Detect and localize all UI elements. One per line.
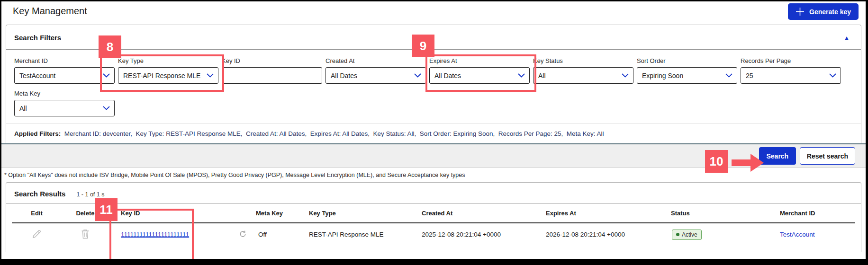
expires-at-field: Expires At All Dates xyxy=(429,57,530,84)
key-status-label: Key Status xyxy=(533,57,633,64)
search-results-header: Search Results 1 - 1 of 1 s xyxy=(6,183,861,203)
page: Key Management Generate key Search Filte… xyxy=(1,1,866,259)
key-id-link[interactable]: 1111111111111111111111 xyxy=(121,231,189,238)
merchant-id-value: TestAccount xyxy=(19,72,55,80)
table-row: 1111111111111111111111 Off REST-API Resp… xyxy=(12,223,855,246)
merchant-id-field: Merchant ID TestAccount xyxy=(14,57,115,84)
chevron-down-icon xyxy=(414,73,421,78)
key-type-select[interactable]: REST-API Response MLE xyxy=(118,67,218,84)
key-status-value: All xyxy=(538,72,546,80)
meta-key-field: Meta Key All xyxy=(14,90,115,116)
key-id-input[interactable] xyxy=(222,67,322,84)
key-status-field: Key Status All xyxy=(533,57,633,84)
key-type-cell: REST-API Response MLE xyxy=(308,231,417,238)
search-results-panel: Search Results 1 - 1 of 1 s Edit Delete … xyxy=(6,182,861,252)
records-per-page-field: Records Per Page 25 xyxy=(741,57,841,84)
chevron-down-icon xyxy=(207,73,214,78)
merchant-id-select[interactable]: TestAccount xyxy=(14,67,115,84)
created-at-field: Created At All Dates xyxy=(326,57,426,84)
collapse-caret-icon[interactable]: ▲ xyxy=(844,35,850,41)
applied-filters-label: Applied Filters: xyxy=(14,130,61,137)
results-table: Edit Delete Key ID Meta Key Key Type Cre… xyxy=(6,203,861,246)
expires-at-label: Expires At xyxy=(429,57,530,64)
meta-key-select[interactable]: All xyxy=(14,100,115,116)
sort-order-label: Sort Order xyxy=(637,57,737,64)
chevron-down-icon xyxy=(725,73,732,78)
generate-key-button[interactable]: Generate key xyxy=(788,3,859,20)
trash-icon xyxy=(81,229,90,239)
col-status: Status xyxy=(663,210,772,217)
col-key-type: Key Type xyxy=(308,210,417,217)
callout-arrow-icon xyxy=(732,154,764,172)
chevron-down-icon xyxy=(103,106,110,110)
active-dot-icon xyxy=(676,233,679,236)
col-merchant-id: Merchant ID xyxy=(772,210,855,217)
generate-key-label: Generate key xyxy=(809,8,851,16)
merchant-id-link[interactable]: TestAccount xyxy=(780,231,815,238)
callout-step-9: 9 xyxy=(412,35,434,57)
callout-step-10: 10 xyxy=(705,150,728,173)
status-badge: Active xyxy=(672,230,702,240)
callout-step-11: 11 xyxy=(95,198,118,221)
sort-order-field: Sort Order Expiring Soon xyxy=(637,57,737,84)
created-at-cell: 2025-12-08 20:21:04 +0000 xyxy=(417,231,540,238)
chevron-down-icon xyxy=(103,73,110,78)
callout-step-8: 8 xyxy=(99,35,121,58)
sort-order-value: Expiring Soon xyxy=(642,72,683,80)
delete-button[interactable] xyxy=(80,228,91,241)
results-table-header-row: Edit Delete Key ID Meta Key Key Type Cre… xyxy=(12,203,855,223)
search-button[interactable]: Search xyxy=(759,147,796,165)
chevron-down-icon xyxy=(518,73,525,78)
status-text: Active xyxy=(682,231,697,238)
rotate-key-button[interactable] xyxy=(238,229,248,240)
applied-filters: Applied Filters: Merchant ID: devcenter,… xyxy=(6,123,861,143)
expires-at-value: All Dates xyxy=(434,72,461,80)
meta-key-cell: Off xyxy=(258,231,267,238)
key-type-label: Key Type xyxy=(118,57,218,64)
filters-row-2: Meta Key All xyxy=(6,84,861,116)
applied-filters-text: Merchant ID: devcenter, Key Type: REST-A… xyxy=(61,130,604,137)
records-per-page-label: Records Per Page xyxy=(741,57,841,64)
plus-icon xyxy=(796,7,805,16)
results-count: 1 - 1 of 1 s xyxy=(76,191,104,198)
records-per-page-select[interactable]: 25 xyxy=(741,67,841,84)
created-at-label: Created At xyxy=(326,57,426,64)
created-at-select[interactable]: All Dates xyxy=(326,67,426,84)
screenshot-frame: Key Management Generate key Search Filte… xyxy=(0,0,868,265)
col-edit: Edit xyxy=(12,210,62,217)
col-expires-at: Expires At xyxy=(540,210,663,217)
meta-key-value: All xyxy=(19,105,27,112)
sort-order-select[interactable]: Expiring Soon xyxy=(637,67,737,84)
key-type-field: Key Type REST-API Response MLE xyxy=(118,57,218,84)
merchant-id-label: Merchant ID xyxy=(14,57,115,64)
top-bar: Key Management Generate key xyxy=(1,1,866,24)
search-filters-title: Search Filters xyxy=(14,34,61,42)
records-per-page-value: 25 xyxy=(746,72,753,80)
refresh-icon xyxy=(239,230,247,238)
col-meta-key: Meta Key xyxy=(246,210,308,217)
key-id-field: Key ID xyxy=(222,57,322,84)
col-created-at: Created At xyxy=(417,210,540,217)
expires-at-cell: 2026-12-08 20:21:04 +0000 xyxy=(540,231,663,238)
page-title: Key Management xyxy=(13,6,87,17)
col-key-id: Key ID xyxy=(109,210,246,217)
edit-button[interactable] xyxy=(30,228,43,242)
search-results-title: Search Results xyxy=(14,190,65,198)
reset-search-button[interactable]: Reset search xyxy=(800,147,855,165)
key-status-select[interactable]: All xyxy=(533,67,633,84)
expires-at-select[interactable]: All Dates xyxy=(429,67,530,84)
chevron-down-icon xyxy=(622,73,629,78)
created-at-value: All Dates xyxy=(331,72,357,80)
key-type-value: REST-API Response MLE xyxy=(123,72,200,80)
key-id-label: Key ID xyxy=(222,57,322,64)
pencil-icon xyxy=(31,229,42,239)
meta-key-label: Meta Key xyxy=(14,90,115,97)
chevron-down-icon xyxy=(829,73,836,78)
